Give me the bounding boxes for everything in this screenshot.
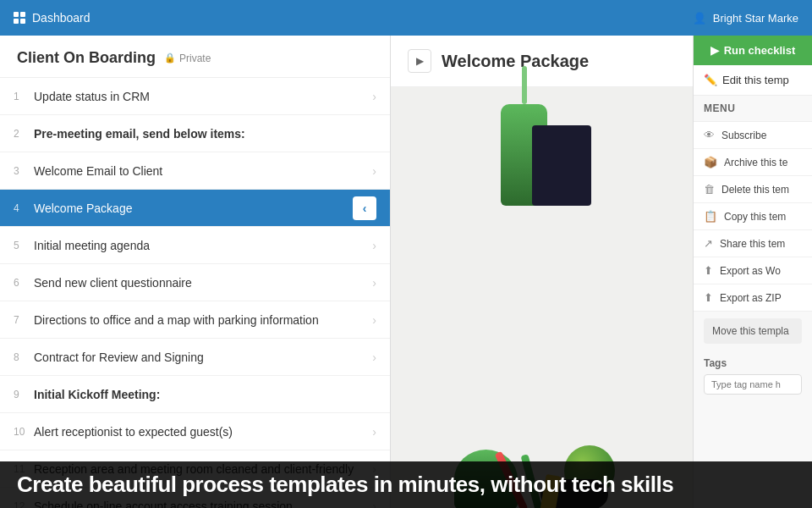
menu-item-label: Subscribe xyxy=(721,130,766,141)
item-text: Pre-meeting email, send below items: xyxy=(34,127,376,141)
checklist-title: Client On Boarding xyxy=(17,49,156,67)
item-text: Welcome Package xyxy=(34,202,353,215)
chevron-right-icon: › xyxy=(372,425,376,439)
item-number: 5 xyxy=(14,240,34,251)
top-navigation: Dashboard 👤 Bright Star Marke xyxy=(0,0,812,36)
item-text: Contract for Review and Signing xyxy=(34,351,372,364)
item-number: 6 xyxy=(14,277,34,289)
move-template-button[interactable]: Move this templa xyxy=(704,318,802,344)
menu-item-icon: 📦 xyxy=(704,156,717,168)
run-checklist-button[interactable]: ▶ Run checklist xyxy=(694,36,812,65)
org-icon: 👤 xyxy=(693,12,706,25)
item-text: Directions to office and a map with park… xyxy=(34,313,372,327)
checklist-item[interactable]: 10Alert receptionist to expected guest(s… xyxy=(0,413,390,450)
product-image xyxy=(391,87,693,508)
item-number: 8 xyxy=(14,351,34,363)
content-title: Welcome Package xyxy=(442,52,589,71)
nav-org: 👤 Bright Star Marke xyxy=(693,12,798,25)
menu-item-label: Archive this te xyxy=(724,157,787,168)
dashboard-label: Dashboard xyxy=(32,11,91,25)
checklist-item[interactable]: 2Pre-meeting email, send below items: xyxy=(0,115,390,152)
chevron-right-icon: › xyxy=(372,313,376,327)
menu-item[interactable]: 👁Subscribe xyxy=(694,122,812,149)
left-header: Client On Boarding 🔒 Private xyxy=(0,36,390,78)
chevron-left-icon[interactable]: ‹ xyxy=(353,196,376,220)
nav-dashboard[interactable]: Dashboard xyxy=(14,11,91,25)
bottom-banner-text: Create beautiful process templates in mi… xyxy=(17,472,673,497)
menu-item-label: Share this tem xyxy=(720,238,785,250)
item-number: 2 xyxy=(14,128,34,140)
edit-template-button[interactable]: ✏️ Edit this temp xyxy=(694,65,812,96)
checklist-item[interactable]: 9Initial Kickoff Meeting: xyxy=(0,376,390,413)
chevron-right-icon: › xyxy=(372,164,376,178)
menu-item[interactable]: 🗑Delete this tem xyxy=(694,176,812,203)
chevron-right-icon: › xyxy=(372,90,376,103)
play-icon: ▶ xyxy=(710,44,719,57)
item-text: Update status in CRM xyxy=(34,90,372,103)
menu-item[interactable]: ⬆Export as ZIP xyxy=(694,284,812,312)
move-section: Move this templa xyxy=(694,312,812,351)
tags-input[interactable] xyxy=(704,374,802,395)
privacy-badge: 🔒 Private xyxy=(164,52,211,64)
chevron-right-icon: › xyxy=(372,239,376,252)
menu-section-label: Menu xyxy=(694,96,812,122)
checklist-item[interactable]: 5Initial meeting agenda› xyxy=(0,227,390,264)
checklist-list: 1Update status in CRM›2Pre-meeting email… xyxy=(0,78,390,508)
menu-item-icon: 🗑 xyxy=(704,183,715,196)
item-number: 3 xyxy=(14,165,34,177)
center-header: ▶ Welcome Package xyxy=(391,36,693,87)
menu-item-icon: 📋 xyxy=(704,210,717,223)
checklist-item[interactable]: 7Directions to office and a map with par… xyxy=(0,301,390,339)
menu-item-label: Copy this tem xyxy=(724,211,786,223)
lock-icon: 🔒 xyxy=(164,52,176,64)
menu-item-icon: ↗ xyxy=(704,237,713,250)
center-panel: ▶ Welcome Package Send the client a welc… xyxy=(391,36,694,508)
menu-items: 👁Subscribe📦Archive this te🗑Delete this t… xyxy=(694,122,812,312)
menu-item[interactable]: ↗Share this tem xyxy=(694,230,812,257)
main-layout: Client On Boarding 🔒 Private 1Update sta… xyxy=(0,36,812,508)
item-number: 4 xyxy=(14,202,34,214)
chevron-right-icon: › xyxy=(372,351,376,364)
item-text: Initial Kickoff Meeting: xyxy=(34,388,376,401)
privacy-label: Private xyxy=(179,52,211,64)
item-text: Send new client questionnaire xyxy=(34,276,372,290)
item-number: 7 xyxy=(14,314,34,326)
item-text: Alert receptionist to expected guest(s) xyxy=(34,425,372,439)
menu-item-icon: ⬆ xyxy=(704,264,713,277)
tags-label: Tags xyxy=(704,357,802,369)
checklist-item[interactable]: 8Contract for Review and Signing› xyxy=(0,339,390,376)
menu-item-icon: 👁 xyxy=(704,129,715,141)
expand-button[interactable]: ▶ xyxy=(408,49,431,73)
menu-item-icon: ⬆ xyxy=(704,291,713,304)
item-number: 10 xyxy=(14,426,34,438)
menu-item-label: Export as ZIP xyxy=(720,292,782,304)
pencil-icon: ✏️ xyxy=(704,74,717,86)
item-number: 1 xyxy=(14,91,34,102)
left-panel: Client On Boarding 🔒 Private 1Update sta… xyxy=(0,36,391,508)
checklist-item[interactable]: 4Welcome Package‹ xyxy=(0,190,390,227)
menu-item[interactable]: 📦Archive this te xyxy=(694,149,812,176)
menu-item[interactable]: 📋Copy this tem xyxy=(694,203,812,230)
chevron-right-icon: › xyxy=(372,276,376,290)
item-text: Welcome Email to Client xyxy=(34,164,372,178)
menu-item[interactable]: ⬆Export as Wo xyxy=(694,257,812,284)
item-text: Initial meeting agenda xyxy=(34,239,372,252)
checklist-item[interactable]: 6Send new client questionnaire› xyxy=(0,264,390,301)
menu-item-label: Delete this tem xyxy=(721,184,789,196)
item-number: 9 xyxy=(14,389,34,400)
dashboard-grid-icon xyxy=(14,12,25,24)
org-name: Bright Star Marke xyxy=(713,12,798,25)
checklist-item[interactable]: 3Welcome Email to Client› xyxy=(0,152,390,190)
bottom-banner: Create beautiful process templates in mi… xyxy=(0,461,812,508)
checklist-item[interactable]: 1Update status in CRM› xyxy=(0,78,390,115)
menu-item-label: Export as Wo xyxy=(720,265,781,277)
right-panel: ▶ Run checklist ✏️ Edit this temp Menu 👁… xyxy=(694,36,812,508)
product-notebook xyxy=(532,125,591,206)
tags-section: Tags xyxy=(694,351,812,401)
